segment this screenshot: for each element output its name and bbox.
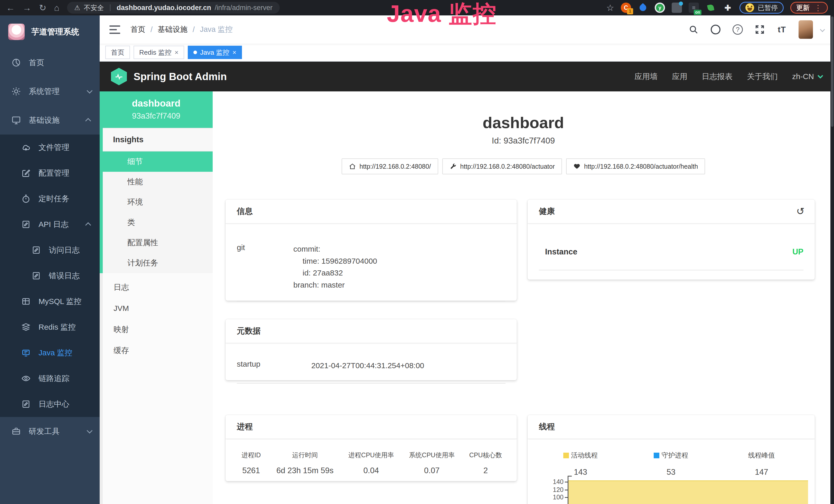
sba-item-environment[interactable]: 环境 bbox=[103, 192, 213, 212]
home-icon bbox=[349, 163, 356, 170]
sidebar-item-java-monitor[interactable]: Java 监控 bbox=[0, 340, 100, 366]
breadcrumb-home[interactable]: 首页 bbox=[130, 24, 146, 35]
extension-leaf-icon[interactable] bbox=[706, 3, 716, 13]
log-edit-icon bbox=[21, 399, 31, 409]
sidebar-item-scheduled-jobs[interactable]: 定时任务 bbox=[0, 186, 100, 211]
sba-nav-applications[interactable]: 应用 bbox=[672, 71, 687, 82]
sba-item-metrics[interactable]: 性能 bbox=[103, 172, 213, 192]
sba-nav-about[interactable]: 关于我们 bbox=[747, 71, 778, 82]
log-edit-icon bbox=[21, 220, 31, 229]
home-icon[interactable]: ⌂ bbox=[54, 3, 60, 12]
extension-list-icon[interactable]: ≡ on bbox=[688, 3, 699, 13]
process-card-title: 进程 bbox=[225, 415, 517, 439]
close-icon[interactable]: × bbox=[175, 49, 178, 56]
extension-c-icon[interactable]: C 1 bbox=[621, 3, 631, 13]
edit-icon bbox=[21, 168, 31, 178]
sidebar-item-error-logs[interactable]: 错误日志 bbox=[0, 263, 100, 289]
status-badge: UP bbox=[792, 247, 804, 256]
sba-locale-select[interactable]: zh-CN bbox=[792, 72, 822, 81]
health-url-link[interactable]: http://192.168.0.2:48080/actuator/health bbox=[566, 158, 705, 174]
sidebar-item-access-logs[interactable]: 访问日志 bbox=[0, 237, 100, 263]
sba-item-jvm[interactable]: JVM bbox=[103, 298, 213, 319]
address-bar[interactable]: ⚠ 不安全 dashboard.yudao.iocoder.cn /infra/… bbox=[67, 2, 280, 14]
back-icon[interactable]: ← bbox=[6, 3, 15, 12]
user-menu-caret-icon[interactable] bbox=[820, 27, 825, 32]
user-avatar[interactable] bbox=[798, 20, 813, 39]
browser-update-button[interactable]: 更新 ⋮ bbox=[790, 2, 828, 14]
service-url-link[interactable]: http://192.168.0.2:48080/ bbox=[342, 158, 438, 174]
url-path: /infra/admin-server bbox=[215, 4, 272, 12]
app-title: 芋道管理系统 bbox=[31, 26, 79, 37]
sidebar-item-infrastructure[interactable]: 基础设施 bbox=[0, 106, 100, 135]
sidebar-item-tracing[interactable]: 链路追踪 bbox=[0, 366, 100, 391]
sidebar-item-log-center[interactable]: 日志中心 bbox=[0, 391, 100, 417]
process-table-values: 5261 6d 23h 15m 59s 0.04 0.07 2 bbox=[233, 459, 509, 475]
metadata-card: 元数据 startup 2021-04-27T00:44:31.254+08:0… bbox=[225, 319, 517, 380]
cpu-cores-value: 2 bbox=[462, 466, 509, 475]
sba-item-details[interactable]: 细节 bbox=[103, 152, 213, 172]
page-scrollbar[interactable] bbox=[830, 16, 834, 504]
sba-item-config-props[interactable]: 配置属性 bbox=[103, 233, 213, 253]
chevron-up-icon bbox=[85, 222, 91, 228]
extensions-puzzle-icon[interactable]: ✚ bbox=[723, 3, 733, 13]
tab-redis-monitor[interactable]: Redis 监控 × bbox=[134, 46, 184, 59]
y-axis-tick-label: 120 bbox=[539, 486, 564, 494]
sidebar-item-mysql-monitor[interactable]: MySQL 监控 bbox=[0, 289, 100, 314]
sba-root-items: 日志 JVM 映射 缓存 bbox=[100, 273, 213, 504]
fullscreen-icon[interactable] bbox=[754, 24, 765, 35]
history-icon[interactable]: ↺ bbox=[796, 206, 805, 217]
search-icon[interactable] bbox=[688, 24, 699, 35]
font-size-icon[interactable]: tT bbox=[776, 24, 787, 35]
process-card: 进程 进程ID 运行时间 进程CPU使用率 系统CPU使用率 CPU核心数 52… bbox=[225, 415, 517, 481]
sba-nav-wallboard[interactable]: 应用墙 bbox=[634, 71, 658, 82]
sba-item-logs[interactable]: 日志 bbox=[103, 277, 213, 298]
eye-icon bbox=[21, 373, 31, 383]
browser-menu-icon[interactable]: ⋮ bbox=[814, 3, 822, 12]
extension-grid-icon[interactable] bbox=[672, 3, 682, 13]
page-title: dashboard bbox=[213, 113, 834, 132]
reload-icon[interactable]: ↻ bbox=[39, 3, 46, 12]
scrollbar-thumb[interactable] bbox=[831, 17, 833, 127]
tab-home[interactable]: 首页 bbox=[105, 46, 130, 59]
legend-live-threads-label: 活动线程 bbox=[571, 451, 598, 460]
extension-y-icon[interactable]: y bbox=[655, 3, 665, 13]
sba-item-scheduled-tasks[interactable]: 计划任务 bbox=[103, 253, 213, 273]
threads-card: 线程 活动线程 143 bbox=[528, 415, 815, 504]
help-icon[interactable]: ? bbox=[732, 24, 743, 35]
breadcrumb-infrastructure[interactable]: 基础设施 bbox=[158, 24, 188, 35]
sba-nav-journal[interactable]: 日志报表 bbox=[702, 71, 732, 82]
sidebar-item-api-logs[interactable]: API 日志 bbox=[0, 211, 100, 237]
process-id-value: 5261 bbox=[233, 466, 269, 475]
actuator-url-link[interactable]: http://192.168.0.2:48080/actuator bbox=[442, 158, 562, 174]
sidebar-item-system[interactable]: 系统管理 bbox=[0, 77, 100, 106]
profile-paused-badge[interactable]: 已暂停 bbox=[740, 2, 784, 14]
health-instance-label: Instance bbox=[539, 247, 577, 256]
sidebar-submenu-infrastructure: 文件管理 配置管理 定时任务 API 日志 访问日志 bbox=[0, 135, 100, 417]
main-column: 首页 / 基础设施 / Java 监控 ? tT bbox=[100, 16, 834, 504]
bookmark-star-icon[interactable]: ☆ bbox=[607, 3, 614, 13]
log-edit-icon bbox=[31, 245, 41, 255]
hamburger-icon[interactable] bbox=[109, 25, 120, 34]
sidebar-item-config-management[interactable]: 配置管理 bbox=[0, 160, 100, 186]
sidebar-item-redis-monitor[interactable]: Redis 监控 bbox=[0, 314, 100, 340]
sba-item-mappings[interactable]: 映射 bbox=[103, 319, 213, 340]
system-cpu-value: 0.07 bbox=[401, 466, 462, 475]
github-icon[interactable] bbox=[710, 24, 721, 35]
sba-item-caches[interactable]: 缓存 bbox=[103, 340, 213, 361]
close-icon[interactable]: × bbox=[233, 49, 236, 56]
legend-peak-threads-label: 线程峰值 bbox=[748, 451, 775, 460]
metadata-card-title: 元数据 bbox=[225, 319, 517, 343]
legend-live-threads-swatch bbox=[563, 453, 569, 458]
process-cpu-value: 0.04 bbox=[341, 466, 401, 475]
info-card: 信息 git commit: time: 1596289704000 id: 2… bbox=[225, 200, 517, 301]
sidebar-item-home[interactable]: 首页 bbox=[0, 48, 100, 77]
sidebar-item-dev-tools[interactable]: 研发工具 bbox=[0, 417, 100, 446]
sba-item-classes[interactable]: 类 bbox=[103, 212, 213, 233]
sidebar-item-file-management[interactable]: 文件管理 bbox=[0, 135, 100, 160]
extension-pin-icon[interactable] bbox=[638, 3, 648, 13]
forward-icon[interactable]: → bbox=[23, 3, 31, 12]
tab-java-monitor[interactable]: Java 监控 × bbox=[188, 46, 242, 59]
sba-brand[interactable]: Spring Boot Admin bbox=[111, 68, 227, 85]
instance-name: dashboard bbox=[100, 98, 213, 109]
divider bbox=[539, 270, 804, 270]
